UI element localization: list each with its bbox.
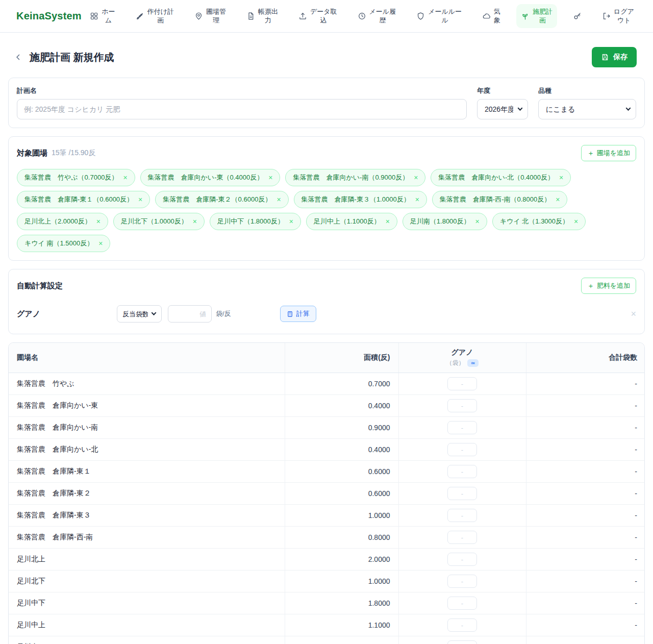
nav-item-label: データ取込 bbox=[310, 8, 337, 24]
remove-tag-icon[interactable]: × bbox=[277, 196, 281, 203]
guano-input[interactable] bbox=[447, 421, 477, 434]
area-cell: 0.9000 bbox=[285, 417, 398, 439]
calc-value-input[interactable] bbox=[168, 305, 212, 323]
nav-item-気象[interactable]: 気象 bbox=[478, 4, 505, 28]
history-icon bbox=[358, 12, 366, 20]
remove-tag-icon[interactable]: × bbox=[475, 218, 480, 225]
auto-calc-card: 自動計算設定 ＋ 肥料を追加 グアノ 反当袋数 袋/反 計算 × bbox=[8, 269, 645, 334]
field-tag-label: 集落営農 倉庫向かい-南（0.9000反） bbox=[293, 173, 409, 182]
table-row: 足川中下1.8000- bbox=[9, 592, 645, 614]
guano-cell bbox=[398, 571, 526, 592]
field-tag-label: 集落営農 倉庫向かい-北（0.4000反） bbox=[438, 173, 554, 182]
field-tag-label: 足川北上（2.0000反） bbox=[24, 217, 91, 226]
nav-item-label: 気象 bbox=[494, 8, 500, 24]
nav-item-作付け計画[interactable]: 作付け計画 bbox=[131, 4, 179, 28]
guano-input[interactable] bbox=[447, 443, 477, 456]
variety-label: 品種 bbox=[538, 86, 636, 95]
remove-tag-icon[interactable]: × bbox=[414, 174, 418, 181]
remove-tag-icon[interactable]: × bbox=[98, 240, 103, 247]
remove-tag-icon[interactable]: × bbox=[96, 218, 101, 225]
guano-input[interactable] bbox=[447, 640, 477, 644]
plus-icon: ＋ bbox=[587, 282, 594, 289]
guano-cell bbox=[398, 614, 526, 636]
add-fertilizer-button[interactable]: ＋ 肥料を追加 bbox=[581, 278, 636, 294]
guano-input[interactable] bbox=[447, 531, 477, 544]
back-button[interactable] bbox=[11, 50, 26, 64]
guano-cell bbox=[398, 527, 526, 549]
total-bags-cell: - bbox=[526, 373, 645, 395]
field-tag: 集落営農 倉庫隣-西-南（0.8000反）× bbox=[432, 191, 568, 208]
nav-item-データ取込[interactable]: データ取込 bbox=[294, 4, 342, 28]
field-tag: 足川北上（2.0000反）× bbox=[17, 213, 108, 230]
save-button[interactable]: 保存 bbox=[592, 47, 637, 67]
field-name-cell: 足川中上 bbox=[9, 614, 285, 636]
guano-unit-label: （袋） bbox=[446, 359, 464, 367]
table-row: 集落営農 倉庫隣-東３1.0000- bbox=[9, 505, 645, 527]
page-header: 施肥計画 新規作成 保存 bbox=[0, 33, 653, 78]
target-fields-card: 対象圃場 15筆 /15.90反 ＋ 圃場を追加 集落営農 竹やぶ（0.7000… bbox=[8, 136, 645, 261]
field-tag-label: 集落営農 倉庫隣-東１（0.6000反） bbox=[24, 195, 133, 204]
field-name-cell: 集落営農 倉庫向かい-北 bbox=[9, 439, 285, 461]
remove-tag-icon[interactable]: × bbox=[415, 196, 419, 203]
field-tag-label: 足川中上（1.1000反） bbox=[314, 217, 381, 226]
nav-item-ログアウト[interactable]: ログアウト bbox=[597, 4, 639, 28]
guano-input[interactable] bbox=[447, 618, 477, 632]
nav-item-圃場管理[interactable]: 圃場管理 bbox=[190, 4, 231, 28]
field-name-cell: 集落営農 倉庫向かい-南 bbox=[9, 417, 285, 439]
total-bags-cell: - bbox=[526, 614, 645, 636]
calc-mode-select[interactable]: 反当袋数 bbox=[117, 305, 162, 323]
remove-tag-icon[interactable]: × bbox=[268, 174, 272, 181]
nav-item-key-icon[interactable] bbox=[568, 8, 586, 24]
year-select[interactable]: 2026年度 bbox=[477, 99, 528, 119]
nav-item-施肥計画[interactable]: 施肥計画 bbox=[516, 4, 557, 28]
guano-input[interactable] bbox=[447, 575, 477, 588]
field-name-cell: 集落営農 倉庫隣-東２ bbox=[9, 483, 285, 505]
guano-input[interactable] bbox=[447, 553, 477, 566]
fertilizer-row: グアノ 反当袋数 袋/反 計算 × bbox=[17, 305, 636, 326]
remove-tag-icon[interactable]: × bbox=[138, 196, 142, 203]
remove-fertilizer-icon[interactable]: × bbox=[631, 309, 636, 318]
remove-tag-icon[interactable]: × bbox=[386, 218, 390, 225]
calculate-button[interactable]: 計算 bbox=[280, 306, 316, 322]
guano-input[interactable] bbox=[447, 487, 477, 500]
field-name-cell: 足川南 bbox=[9, 636, 285, 644]
guano-cell bbox=[398, 636, 526, 644]
variety-select[interactable]: にこまる bbox=[538, 99, 636, 119]
auto-calc-title: 自動計算設定 bbox=[17, 281, 63, 291]
nav-item-メール履歴[interactable]: メール履歴 bbox=[353, 4, 401, 28]
area-cell: 1.0000 bbox=[285, 505, 398, 527]
field-name-cell: 集落営農 竹やぶ bbox=[9, 373, 285, 395]
nav-item-label: メール履歴 bbox=[369, 8, 396, 24]
col-header-total: 合計袋数 bbox=[526, 343, 645, 373]
field-tag-label: 集落営農 倉庫隣-西-南（0.8000反） bbox=[440, 195, 550, 204]
remove-tag-icon[interactable]: × bbox=[556, 196, 560, 203]
nav-item-メールルール[interactable]: メールルール bbox=[412, 4, 466, 28]
nav-item-帳票出力[interactable]: 帳票出力 bbox=[242, 4, 283, 28]
field-tags: 集落営農 竹やぶ（0.7000反）×集落営農 倉庫向かい-東（0.4000反）×… bbox=[17, 169, 636, 252]
guano-input[interactable] bbox=[447, 377, 477, 390]
guano-input[interactable] bbox=[447, 399, 477, 412]
cloud-icon bbox=[482, 12, 491, 20]
page-title: 施肥計画 新規作成 bbox=[30, 51, 114, 64]
guano-input[interactable] bbox=[447, 509, 477, 522]
guano-input[interactable] bbox=[447, 465, 477, 478]
nav-item-label: メールルール bbox=[428, 8, 462, 24]
add-field-button[interactable]: ＋ 圃場を追加 bbox=[581, 145, 636, 161]
guano-input[interactable] bbox=[447, 597, 477, 610]
remove-tag-icon[interactable]: × bbox=[123, 174, 127, 181]
document-icon bbox=[246, 12, 255, 20]
plan-name-input[interactable] bbox=[17, 99, 467, 119]
remove-tag-icon[interactable]: × bbox=[193, 218, 197, 225]
guano-cell bbox=[398, 461, 526, 483]
remove-tag-icon[interactable]: × bbox=[289, 218, 293, 225]
key-icon bbox=[573, 12, 582, 20]
area-cell: 0.7000 bbox=[285, 373, 398, 395]
field-name-cell: 集落営農 倉庫隣-東１ bbox=[9, 461, 285, 483]
nav-item-ホーム[interactable]: ホーム bbox=[85, 4, 119, 28]
field-tag: 集落営農 竹やぶ（0.7000反）× bbox=[17, 169, 135, 186]
remove-tag-icon[interactable]: × bbox=[559, 174, 563, 181]
remove-tag-icon[interactable]: × bbox=[574, 218, 578, 225]
approx-badge[interactable]: ≃ bbox=[467, 359, 478, 367]
field-tag: 集落営農 倉庫向かい-南（0.9000反）× bbox=[285, 169, 425, 186]
chevron-left-icon bbox=[14, 53, 23, 62]
